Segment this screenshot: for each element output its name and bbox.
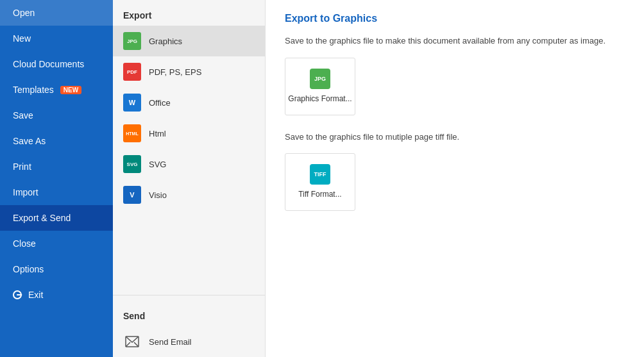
sidebar-item-new[interactable]: New xyxy=(0,26,113,51)
export-item-pdf[interactable]: PDF PDF, PS, EPS xyxy=(113,56,265,87)
right-panel-title: Export to Graphics xyxy=(285,13,625,24)
export-item-label: Html xyxy=(149,129,166,138)
send-section-title: Send xyxy=(113,301,265,326)
svg-icon: SVG xyxy=(123,155,141,173)
sidebar-item-label: Save xyxy=(13,110,33,120)
sidebar-item-label: Templates xyxy=(13,85,54,95)
export-item-label: SVG xyxy=(149,160,166,169)
tiff-format-card[interactable]: TIFF Tiff Format... xyxy=(285,153,355,211)
middle-divider xyxy=(113,295,265,295)
export-item-label: Graphics xyxy=(149,37,182,46)
export-item-visio[interactable]: V Visio xyxy=(113,179,265,210)
sidebar-item-label: Import xyxy=(13,187,38,197)
sidebar-item-options[interactable]: Options xyxy=(0,256,113,282)
export-item-svg[interactable]: SVG SVG xyxy=(113,149,265,179)
email-icon xyxy=(123,333,141,351)
sidebar: Open New Cloud Documents Templates NEW S… xyxy=(0,0,113,357)
send-email-item[interactable]: Send Email xyxy=(113,326,265,357)
sidebar-item-label: Close xyxy=(13,238,36,249)
sidebar-item-label: Exit xyxy=(28,290,43,300)
graphics-icon: JPG xyxy=(123,32,141,50)
graphics-format-card[interactable]: JPG Graphics Format... xyxy=(285,58,355,115)
middle-panel: Export JPG Graphics PDF PDF, PS, EPS W O… xyxy=(113,0,266,357)
visio-icon: V xyxy=(123,186,141,204)
tiff-format-icon: TIFF xyxy=(310,164,330,185)
export-item-graphics[interactable]: JPG Graphics xyxy=(113,26,265,56)
sidebar-item-save[interactable]: Save xyxy=(0,103,113,128)
sidebar-item-import[interactable]: Import xyxy=(0,179,113,205)
right-panel: Export to Graphics Save to the graphics … xyxy=(266,0,644,357)
graphics-desc: Save to the graphics file to make this d… xyxy=(285,35,625,47)
sidebar-item-templates[interactable]: Templates NEW xyxy=(0,77,113,103)
sidebar-item-close[interactable]: Close xyxy=(0,231,113,256)
sidebar-item-label: Open xyxy=(13,8,35,18)
sidebar-item-save-as[interactable]: Save As xyxy=(0,128,113,154)
sidebar-item-export-send[interactable]: Export & Send xyxy=(0,205,113,231)
sidebar-item-print[interactable]: Print xyxy=(0,154,113,179)
format-cards-graphics: JPG Graphics Format... xyxy=(285,58,625,115)
sidebar-item-label: Cloud Documents xyxy=(13,59,84,69)
export-item-label: PDF, PS, EPS xyxy=(149,67,201,77)
svg-line-2 xyxy=(134,342,139,347)
sidebar-item-open[interactable]: Open xyxy=(0,0,113,26)
export-item-office[interactable]: W Office xyxy=(113,87,265,118)
tiff-desc: Save to the graphics file to mutiple pag… xyxy=(285,131,625,144)
graphics-format-icon: JPG xyxy=(310,69,330,89)
export-item-label: Visio xyxy=(149,190,167,200)
export-section-title: Export xyxy=(113,0,265,26)
sidebar-item-label: Options xyxy=(13,264,44,274)
sidebar-item-exit[interactable]: Exit xyxy=(0,282,113,308)
export-item-html[interactable]: HTML Html xyxy=(113,118,265,149)
graphics-format-label: Graphics Format... xyxy=(288,94,352,104)
html-icon: HTML xyxy=(123,124,141,142)
sidebar-item-label: Export & Send xyxy=(13,213,71,223)
export-item-label: Office xyxy=(149,98,171,108)
sidebar-item-label: New xyxy=(13,33,31,44)
exit-icon xyxy=(13,290,22,299)
format-cards-tiff: TIFF Tiff Format... xyxy=(285,153,625,211)
sidebar-item-cloud-documents[interactable]: Cloud Documents xyxy=(0,51,113,77)
pdf-icon: PDF xyxy=(123,63,141,81)
sidebar-item-label: Save As xyxy=(13,136,46,146)
svg-line-1 xyxy=(126,342,130,347)
office-icon: W xyxy=(123,94,141,112)
tiff-format-label: Tiff Format... xyxy=(298,190,341,200)
send-email-label: Send Email xyxy=(149,337,191,347)
sidebar-item-label: Print xyxy=(13,162,31,172)
new-badge: NEW xyxy=(60,86,81,94)
